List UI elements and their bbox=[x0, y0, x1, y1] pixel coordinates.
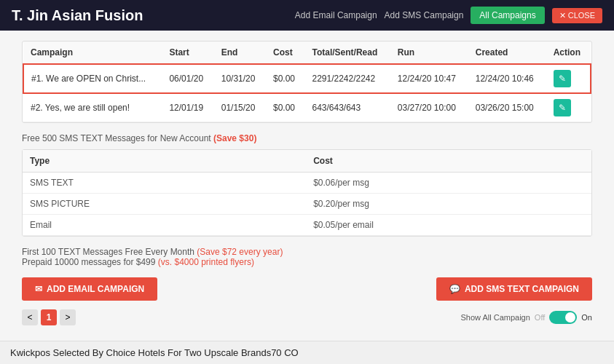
header: T. Jin Asian Fusion Add Email Campaign A… bbox=[0, 0, 614, 31]
add-sms-link[interactable]: Add SMS Campaign bbox=[385, 10, 464, 20]
cell-run: 12/24/20 10:47 bbox=[390, 64, 468, 93]
pricing-table-container: Type Cost SMS TEXT $0.06/per msg SMS PIC… bbox=[22, 149, 592, 237]
free-save: (Save $30) bbox=[213, 133, 256, 143]
edit-btn[interactable]: ✎ bbox=[554, 99, 571, 116]
pricing-col-cost: Cost bbox=[306, 150, 591, 173]
table-row: #1. We are OPEN on Christ... 06/01/20 10… bbox=[23, 64, 591, 93]
add-email-campaign-btn[interactable]: ✉ ADD EMAIL CAMPAIGN bbox=[22, 277, 157, 301]
bottom-save-1: (Save $72 every year) bbox=[197, 247, 283, 257]
cell-total: 2291/2242/2242 bbox=[304, 64, 390, 93]
next-page-btn[interactable]: > bbox=[60, 309, 76, 325]
pricing-cost: $0.05/per email bbox=[306, 215, 591, 236]
free-msg-text: Free 500 SMS TEXT Messages for New Accou… bbox=[22, 133, 211, 143]
current-page-btn[interactable]: 1 bbox=[41, 309, 57, 325]
main-content: Campaign Start End Cost Total/Sent/Read … bbox=[0, 31, 614, 336]
app-title: T. Jin Asian Fusion bbox=[12, 7, 143, 24]
show-all-campaign-toggle[interactable] bbox=[549, 311, 577, 324]
table-row: #2. Yes, we are still open! 12/01/19 01/… bbox=[23, 93, 591, 122]
bottom-save-2: (vs. $4000 printed flyers) bbox=[158, 257, 254, 267]
toggle-row: Show All Campaign Off On bbox=[460, 311, 592, 324]
action-buttons: ✉ ADD EMAIL CAMPAIGN 💬 ADD SMS TEXT CAMP… bbox=[22, 277, 592, 301]
cell-total: 643/643/643 bbox=[304, 93, 390, 122]
bottom-info-1: First 100 TEXT Messages Free Every Month bbox=[22, 247, 194, 257]
close-label: CLOSE bbox=[568, 11, 595, 20]
pagination: < 1 > bbox=[22, 309, 76, 325]
col-run: Run bbox=[390, 41, 468, 64]
all-campaigns-btn[interactable]: All Campaigns bbox=[471, 7, 544, 24]
bottom-row: < 1 > Show All Campaign Off On bbox=[22, 309, 592, 325]
add-email-link[interactable]: Add Email Campaign bbox=[295, 10, 377, 20]
cell-created: 12/24/20 10:46 bbox=[468, 64, 546, 93]
pricing-row: SMS PICTURE $0.20/per msg bbox=[23, 194, 591, 215]
col-campaign: Campaign bbox=[23, 41, 162, 64]
pricing-type: SMS PICTURE bbox=[23, 194, 306, 215]
toggle-off-label: Off bbox=[535, 313, 545, 322]
cell-run: 03/27/20 10:00 bbox=[390, 93, 468, 122]
pricing-cost: $0.20/per msg bbox=[306, 194, 591, 215]
cell-cost: $0.00 bbox=[266, 64, 304, 93]
cell-start: 12/01/19 bbox=[162, 93, 213, 122]
cell-campaign: #2. Yes, we are still open! bbox=[23, 93, 162, 122]
add-sms-label: ADD SMS TEXT CAMPAIGN bbox=[465, 284, 579, 294]
col-start: Start bbox=[162, 41, 213, 64]
cell-campaign: #1. We are OPEN on Christ... bbox=[23, 64, 162, 93]
col-end: End bbox=[214, 41, 266, 64]
header-actions: Add Email Campaign Add SMS Campaign All … bbox=[295, 7, 602, 24]
email-icon: ✉ bbox=[35, 284, 42, 294]
pricing-header-row: Type Cost bbox=[23, 150, 591, 173]
cell-action: ✎ bbox=[546, 93, 591, 122]
add-email-label: ADD EMAIL CAMPAIGN bbox=[47, 284, 144, 294]
news-ticker: Kwickpos Selected By Choice Hotels For T… bbox=[0, 341, 614, 364]
pricing-type: Email bbox=[23, 215, 306, 236]
col-total: Total/Sent/Read bbox=[304, 41, 390, 64]
cell-cost: $0.00 bbox=[266, 93, 304, 122]
campaigns-table-container: Campaign Start End Cost Total/Sent/Read … bbox=[22, 41, 592, 123]
cell-start: 06/01/20 bbox=[162, 64, 213, 93]
close-btn[interactable]: ✕ CLOSE bbox=[552, 8, 602, 23]
pricing-type: SMS TEXT bbox=[23, 173, 306, 194]
toggle-label: Show All Campaign bbox=[460, 313, 530, 322]
cell-end: 01/15/20 bbox=[214, 93, 266, 122]
close-x-icon: ✕ bbox=[559, 11, 566, 20]
free-message: Free 500 SMS TEXT Messages for New Accou… bbox=[22, 133, 592, 143]
cell-action: ✎ bbox=[546, 64, 591, 93]
col-created: Created bbox=[468, 41, 546, 64]
pricing-col-type: Type bbox=[23, 150, 306, 173]
table-header-row: Campaign Start End Cost Total/Sent/Read … bbox=[23, 41, 591, 64]
add-sms-campaign-btn[interactable]: 💬 ADD SMS TEXT CAMPAIGN bbox=[436, 277, 592, 301]
bottom-info: First 100 TEXT Messages Free Every Month… bbox=[22, 247, 592, 267]
pricing-section: Free 500 SMS TEXT Messages for New Accou… bbox=[22, 133, 592, 237]
pricing-row: Email $0.05/per email bbox=[23, 215, 591, 236]
pricing-table: Type Cost SMS TEXT $0.06/per msg SMS PIC… bbox=[23, 150, 591, 236]
cell-end: 10/31/20 bbox=[214, 64, 266, 93]
prev-page-btn[interactable]: < bbox=[22, 309, 38, 325]
pricing-row: SMS TEXT $0.06/per msg bbox=[23, 173, 591, 194]
edit-btn[interactable]: ✎ bbox=[554, 70, 571, 87]
toggle-on-label: On bbox=[581, 313, 592, 322]
col-action: Action bbox=[546, 41, 591, 64]
pricing-cost: $0.06/per msg bbox=[306, 173, 591, 194]
campaigns-table: Campaign Start End Cost Total/Sent/Read … bbox=[23, 41, 591, 122]
col-cost: Cost bbox=[266, 41, 304, 64]
sms-icon: 💬 bbox=[449, 284, 460, 294]
cell-created: 03/26/20 15:00 bbox=[468, 93, 546, 122]
news-ticker-text: Kwickpos Selected By Choice Hotels For T… bbox=[10, 347, 299, 358]
bottom-info-2: Prepaid 10000 messages for $499 bbox=[22, 257, 155, 267]
